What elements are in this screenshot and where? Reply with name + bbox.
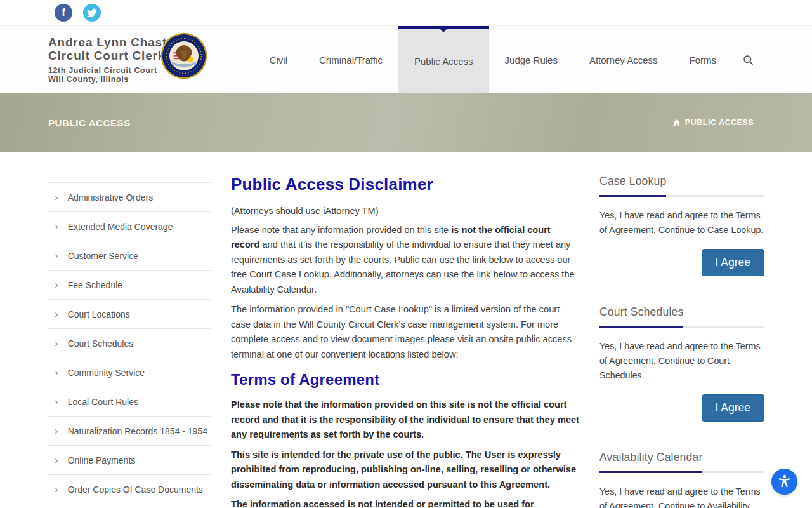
chevron-right-icon: › xyxy=(55,221,58,232)
logo-title-line2: Circuit Court Clerk xyxy=(48,49,254,62)
widget-header: Availability Calendar xyxy=(599,451,764,473)
sidebar-item-label: Court Locations xyxy=(68,309,130,319)
facebook-icon[interactable]: f xyxy=(55,4,72,22)
underlined-text: not xyxy=(461,225,476,235)
chevron-right-icon: › xyxy=(55,396,58,407)
case-lookup-title: Case Lookup xyxy=(599,175,666,197)
chevron-right-icon: › xyxy=(55,367,58,378)
sidebar: ›Administrative Orders ›Extended Media C… xyxy=(48,175,211,504)
top-social-bar: f xyxy=(0,0,812,26)
chevron-right-icon: › xyxy=(55,192,58,203)
sidebar-item-label: Order Copies Of Case Documents xyxy=(68,485,203,495)
page-title: PUBLIC ACCESS xyxy=(48,117,131,128)
right-column: Case Lookup Yes, I have read and agree t… xyxy=(599,175,764,508)
sidebar-item-administrative-orders[interactable]: ›Administrative Orders xyxy=(48,183,211,212)
sidebar-item-label: Online Payments xyxy=(68,455,136,465)
case-lookup-widget: Case Lookup Yes, I have read and agree t… xyxy=(599,175,764,276)
sidebar-item-court-locations[interactable]: ›Court Locations xyxy=(48,300,211,329)
logo-title-line1: Andrea Lynn Chasteen xyxy=(48,36,254,49)
twitter-bird-icon xyxy=(87,8,97,18)
sidebar-item-order-copies[interactable]: ›Order Copies Of Case Documents xyxy=(48,475,211,504)
sidebar-item-label: Administrative Orders xyxy=(68,192,154,203)
chevron-right-icon: › xyxy=(55,279,58,290)
disclaimer-paragraph-2: The information provided in "Court Case … xyxy=(231,302,580,362)
search-icon xyxy=(742,54,754,66)
court-schedules-agree-button[interactable]: I Agree xyxy=(702,394,764,422)
chevron-right-icon: › xyxy=(55,484,58,495)
availability-calendar-title: Availability Calendar xyxy=(599,451,702,473)
availability-calendar-agreement-text: Yes, I have read and agree to the Terms … xyxy=(599,485,764,508)
attorney-note: (Attorneys should use iAttorney TM) xyxy=(231,204,580,219)
accessibility-widget-button[interactable] xyxy=(771,469,797,495)
sidebar-item-court-schedules[interactable]: ›Court Schedules xyxy=(48,329,211,358)
logo-subtitle-line1: 12th Judicial Circuit Court xyxy=(48,66,254,75)
terms-paragraph-1: Please note that the information provide… xyxy=(231,398,580,443)
site-logo[interactable]: Andrea Lynn Chasteen Circuit Court Clerk… xyxy=(48,36,254,84)
main-nav: Civil Criminal/Traffic Public Access Jud… xyxy=(254,26,764,93)
logo-subtitle-line2: Will County, Illinois xyxy=(48,75,254,84)
nav-item-forms[interactable]: Forms xyxy=(674,26,733,93)
chevron-right-icon: › xyxy=(55,250,58,261)
site-header: Andrea Lynn Chasteen Circuit Court Clerk… xyxy=(0,26,812,93)
sidebar-item-local-court-rules[interactable]: ›Local Court Rules xyxy=(48,387,211,417)
chevron-right-icon: › xyxy=(55,309,58,319)
sidebar-item-label: Fee Schedule xyxy=(68,280,122,290)
main-content: Public Access Disclaimer (Attorneys shou… xyxy=(231,175,580,508)
content-area: ›Administrative Orders ›Extended Media C… xyxy=(0,152,812,508)
court-schedules-widget: Court Schedules Yes, I have read and agr… xyxy=(599,305,764,422)
nav-item-criminal-traffic[interactable]: Criminal/Traffic xyxy=(303,26,398,93)
disclaimer-heading: Public Access Disclaimer xyxy=(231,175,580,194)
sidebar-item-naturalization-records[interactable]: ›Naturalization Records 1854 - 1954 xyxy=(48,417,211,446)
page-banner: PUBLIC ACCESS PUBLIC ACCESS xyxy=(0,93,812,152)
nav-item-civil[interactable]: Civil xyxy=(254,26,303,93)
accessibility-person-icon xyxy=(776,473,793,490)
terms-heading: Terms of Agreement xyxy=(231,371,580,389)
disclaimer-paragraph-1: Please note that any information provide… xyxy=(231,223,580,298)
sidebar-item-label: Local Court Rules xyxy=(68,397,138,407)
sidebar-item-fee-schedule[interactable]: ›Fee Schedule xyxy=(48,271,211,300)
chevron-right-icon: › xyxy=(55,425,58,436)
search-button[interactable] xyxy=(732,26,764,93)
widget-header: Case Lookup xyxy=(599,175,764,197)
court-seal-icon xyxy=(160,32,207,79)
breadcrumb-label: PUBLIC ACCESS xyxy=(685,118,754,127)
chevron-right-icon: › xyxy=(55,338,58,349)
sidebar-item-label: Community Service xyxy=(68,368,145,378)
nav-item-attorney-access[interactable]: Attorney Access xyxy=(573,26,674,93)
widget-header: Court Schedules xyxy=(599,305,764,328)
sidebar-item-label: Court Schedules xyxy=(68,338,134,349)
sidebar-menu: ›Administrative Orders ›Extended Media C… xyxy=(48,182,211,504)
chevron-right-icon: › xyxy=(55,455,58,465)
sidebar-item-label: Naturalization Records 1854 - 1954 xyxy=(68,426,207,436)
terms-paragraph-3: The information accessed is not intended… xyxy=(231,497,580,508)
nav-item-public-access[interactable]: Public Access xyxy=(398,26,489,93)
availability-calendar-widget: Availability Calendar Yes, I have read a… xyxy=(599,451,764,508)
paragraph-text: and that it is the responsibility of the… xyxy=(231,239,575,295)
case-lookup-agreement-text: Yes, I have read and agree to the Terms … xyxy=(599,208,764,237)
court-schedules-title: Court Schedules xyxy=(599,305,683,328)
sidebar-item-community-service[interactable]: ›Community Service xyxy=(48,358,211,387)
facebook-glyph: f xyxy=(62,6,65,19)
home-icon xyxy=(672,119,681,127)
twitter-icon[interactable] xyxy=(83,4,101,22)
paragraph-text: is xyxy=(451,225,461,235)
sidebar-item-online-payments[interactable]: ›Online Payments xyxy=(48,446,211,475)
paragraph-text: Please note that any information provide… xyxy=(231,225,451,235)
sidebar-item-customer-service[interactable]: ›Customer Service xyxy=(48,241,211,271)
nav-item-judge-rules[interactable]: Judge Rules xyxy=(489,26,573,93)
terms-paragraph-2: This site is intended for the private us… xyxy=(231,448,580,493)
sidebar-item-label: Customer Service xyxy=(68,251,138,261)
breadcrumb[interactable]: PUBLIC ACCESS xyxy=(672,118,754,127)
sidebar-item-label: Extended Media Coverage xyxy=(68,222,173,232)
case-lookup-agree-button[interactable]: I Agree xyxy=(702,249,764,276)
court-schedules-agreement-text: Yes, I have read and agree to the Terms … xyxy=(599,339,764,383)
sidebar-item-extended-media-coverage[interactable]: ›Extended Media Coverage xyxy=(48,212,211,241)
